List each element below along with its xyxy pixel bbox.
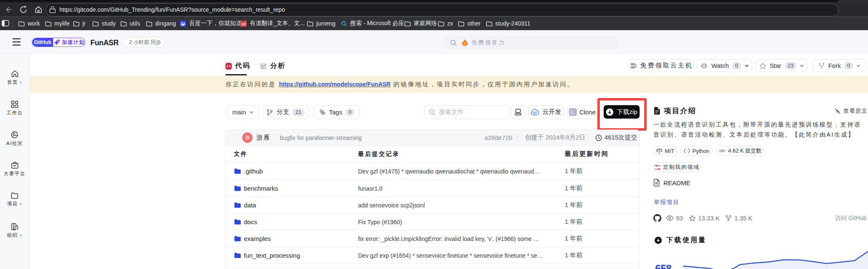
- svg-text:yd: yd: [242, 21, 246, 26]
